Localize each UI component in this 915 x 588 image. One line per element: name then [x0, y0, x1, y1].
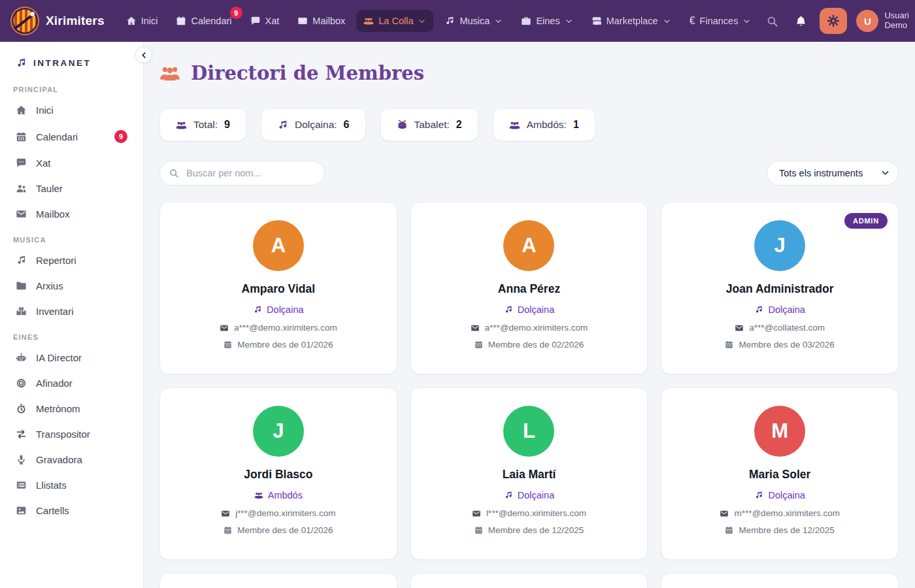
folder-icon: [16, 280, 27, 291]
main-content: Directori de Membres Total: 9 Dolçaina: …: [144, 42, 915, 588]
user-menu[interactable]: U Usuari Demo: [856, 10, 915, 32]
mail-icon: [16, 208, 27, 220]
sidebar-item-inici[interactable]: Inici: [0, 97, 143, 123]
member-card[interactable]: L Laia Martí Dolçaina l***@demo.xirimite…: [410, 387, 648, 560]
member-card[interactable]: J Jordi Blasco Ambdós j***@demo.xirimite…: [159, 387, 397, 560]
nav-item-mailbox[interactable]: Mailbox: [290, 10, 352, 32]
nav-item-inici[interactable]: Inici: [119, 10, 165, 32]
page-title: Directori de Membres: [191, 62, 424, 84]
sidebar-item-xat[interactable]: Xat: [0, 150, 143, 176]
nav-item-marketplace[interactable]: Marketplace: [584, 10, 678, 32]
notification-badge: 9: [230, 7, 242, 19]
sidebar-item-gravadora[interactable]: Gravadora: [0, 447, 143, 472]
sidebar-item-metronom[interactable]: Metrònom: [0, 396, 143, 421]
member-name: Joan Administrador: [726, 282, 834, 296]
bell-icon[interactable]: [791, 11, 810, 31]
boxes-icon: [16, 306, 27, 317]
sidebar-item-repertori[interactable]: Repertori: [0, 248, 143, 273]
search-icon: [169, 168, 179, 178]
mail-icon: [297, 16, 308, 26]
page-header: Directori de Membres: [159, 60, 899, 86]
chevron-down-icon: [418, 17, 426, 25]
avatar: M: [754, 406, 805, 457]
sidebar-collapse-button[interactable]: [135, 46, 152, 63]
sidebar-item-calendari[interactable]: Calendari 9: [0, 123, 143, 150]
nav-label: Marketplace: [607, 16, 658, 26]
member-name: Laia Martí: [503, 468, 556, 482]
nav-item-xat[interactable]: Xat: [243, 10, 287, 32]
calendar-icon: [725, 340, 733, 349]
swap-arrows-icon: [16, 429, 27, 440]
notification-badge: 9: [114, 130, 127, 143]
nav-item-musica[interactable]: Musica: [437, 10, 510, 32]
music-note-icon: [444, 16, 455, 26]
music-note-icon: [754, 305, 763, 314]
member-instrument: Dolçaina: [504, 304, 554, 315]
mail-icon: [471, 323, 480, 333]
member-card[interactable]: ADMIN J Joan Administrador Dolçaina a***…: [661, 202, 899, 374]
stopwatch-icon: [16, 403, 27, 414]
instrument-select[interactable]: Tots els instruments: [767, 161, 899, 186]
sidebar-item-afinador[interactable]: Afinador: [0, 370, 143, 396]
sidebar-item-cartells[interactable]: Cartells: [0, 498, 143, 523]
brand[interactable]: Xirimiters: [12, 8, 105, 34]
nav-item-calendari[interactable]: Calendari 9: [169, 10, 239, 32]
settings-button[interactable]: [820, 8, 847, 34]
sidebar-item-mailbox[interactable]: Mailbox: [0, 201, 143, 227]
music-note-icon: [253, 305, 262, 314]
sidebar-item-transpositor[interactable]: Transpositor: [0, 421, 143, 447]
avatar: J: [253, 406, 304, 457]
sidebar-item-inventari[interactable]: Inventari: [0, 299, 143, 324]
mail-icon: [472, 509, 481, 518]
nav-label: Xat: [265, 16, 280, 26]
nav-item-eines[interactable]: Eines: [514, 10, 580, 32]
navbar-right-tools: U Usuari Demo: [762, 8, 915, 34]
sidebar-item-tauler[interactable]: Tauler: [0, 176, 143, 201]
calendar-icon: [224, 340, 232, 349]
people-icon: [363, 16, 374, 26]
member-grid: A Amparo Vidal Dolçaina a***@demo.xirimi…: [159, 202, 899, 588]
sidebar-item-llistats[interactable]: Llistats: [0, 472, 143, 498]
member-since: Membre des de 01/2026: [224, 340, 333, 350]
search-icon[interactable]: [762, 11, 782, 31]
people-icon: [159, 63, 180, 84]
member-card[interactable]: M Maria Soler Dolçaina m***@demo.xirimit…: [661, 387, 899, 560]
member-email: m***@demo.xirimiters.com: [720, 508, 839, 518]
store-icon: [591, 16, 602, 26]
stat-value: 9: [224, 119, 230, 131]
member-instrument: Ambdós: [254, 490, 303, 500]
member-instrument: Dolçaina: [253, 304, 303, 315]
brand-name: Xirimiters: [46, 14, 105, 28]
mail-icon: [221, 509, 230, 518]
target-icon: [16, 378, 27, 389]
music-note-icon: [277, 120, 288, 131]
stat-chip-total: Total: 9: [159, 108, 246, 141]
music-note-icon: [504, 305, 513, 314]
chevron-down-icon: [663, 17, 671, 25]
app-logo-icon: [12, 8, 38, 34]
member-card[interactable]: A Anna Pérez Dolçaina a***@demo.xirimite…: [410, 202, 648, 374]
microphone-icon: [16, 454, 27, 465]
mail-icon: [720, 509, 729, 518]
search-input[interactable]: [159, 161, 325, 186]
nav-item-la-colla[interactable]: La Colla: [356, 10, 433, 32]
home-icon: [16, 105, 27, 116]
sidebar-item-arxius[interactable]: Arxius: [0, 273, 143, 299]
user-name: Usuari Demo: [884, 11, 909, 31]
chat-icon: [16, 157, 27, 169]
member-card[interactable]: A Amparo Vidal Dolçaina a***@demo.xirimi…: [159, 202, 397, 374]
nav-label: Finances: [700, 16, 739, 26]
member-card-partial: [661, 573, 899, 588]
list-icon: [16, 480, 27, 491]
sidebar-item-ia-director[interactable]: IA Director: [0, 345, 143, 370]
calendar-icon: [16, 131, 27, 142]
stat-chip-dolcaina: Dolçaina: 6: [261, 108, 366, 141]
nav-label: La Colla: [378, 16, 413, 26]
chevron-down-icon: [565, 17, 573, 25]
nav-label: Musica: [459, 16, 490, 26]
users-chat-icon: [16, 183, 27, 194]
filter-row: Tots els instruments: [159, 161, 899, 186]
chevron-down-icon: [494, 17, 503, 25]
nav-item-finances[interactable]: € Finances: [682, 10, 759, 32]
member-since: Membre des de 12/2025: [725, 525, 834, 535]
